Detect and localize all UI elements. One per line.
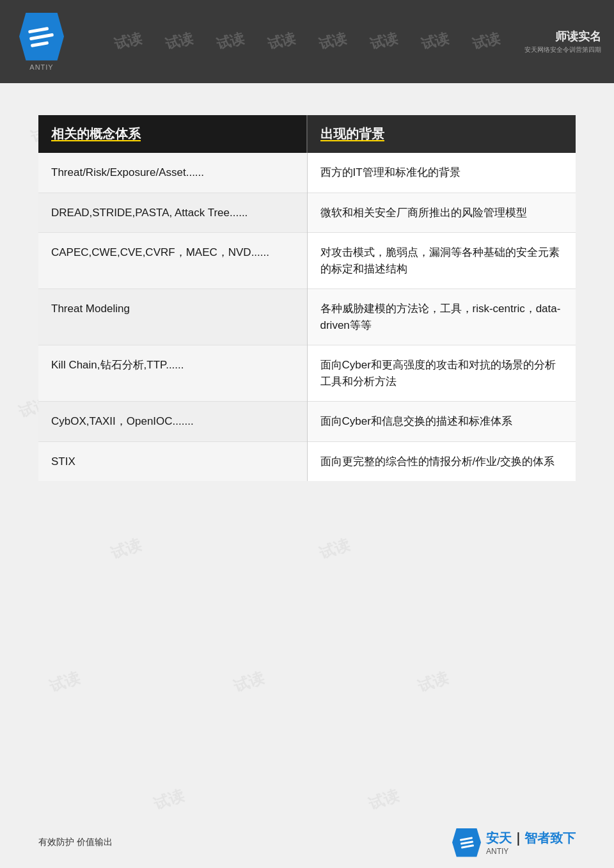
body-wm-16: 试读: [151, 785, 187, 814]
footer-brand-sub: 智者致下: [524, 831, 576, 845]
header-watermark-area: 试读 试读 试读 试读 试读 试读 试读 试读: [0, 0, 614, 83]
header-wm-2: 试读: [163, 29, 195, 54]
footer-line-2: [460, 840, 473, 844]
main-content: 相关的概念体系 出现的背景 Threat/Risk/Exposure/Asset…: [0, 83, 614, 519]
table-row: DREAD,STRIDE,PASTA, Attack Tree...... 微软…: [38, 193, 576, 233]
row-2-left: DREAD,STRIDE,PASTA, Attack Tree......: [38, 193, 307, 233]
logo-text: ANTIY: [29, 63, 53, 71]
antiy-logo: ANTIY: [13, 10, 70, 74]
row-7-right: 面向更完整的综合性的情报分析/作业/交换的体系: [307, 441, 576, 481]
row-7-left: STIX: [38, 441, 307, 481]
right-logo-bottom: 安天网络安全令训营第四期: [524, 45, 601, 54]
body-wm-15: 试读: [415, 667, 451, 697]
logo-line-3: [31, 41, 49, 47]
header-wm-5: 试读: [317, 29, 349, 54]
col-right-header: 出现的背景: [307, 115, 576, 153]
footer-brand-area: 安天｜智者致下 ANTIY: [452, 828, 576, 857]
logo-line-1: [28, 26, 49, 33]
logo-line-2: [29, 33, 54, 40]
row-3-left: CAPEC,CWE,CVE,CVRF，MAEC，NVD......: [38, 233, 307, 289]
table-row: Threat Modeling 各种威胁建模的方法论，工具，risk-centr…: [38, 289, 576, 345]
row-1-right: 西方的IT管理和标准化的背景: [307, 153, 576, 193]
header-right-logo: 师读实名 安天网络安全令训营第四期: [524, 16, 601, 67]
page-footer: 有效防护 价值输出 安天｜智者致下 ANTIY: [0, 817, 614, 868]
right-logo-top: 师读实名: [555, 29, 601, 44]
footer-logo-label: ANTIY: [486, 847, 576, 856]
body-wm-13: 试读: [47, 667, 83, 697]
footer-line-3: [460, 844, 473, 848]
page-header: ANTIY 试读 试读 试读 试读 试读 试读 试读 试读 师读实名 安天网络安…: [0, 0, 614, 83]
logo-lines-icon: [28, 26, 55, 47]
table-row: CAPEC,CWE,CVE,CVRF，MAEC，NVD...... 对攻击模式，…: [38, 233, 576, 289]
footer-brand-name: 安天｜智者致下: [486, 830, 576, 847]
footer-line-1: [459, 837, 472, 840]
header-wm-7: 试读: [419, 29, 451, 54]
footer-logo-lines: [459, 837, 473, 848]
header-wm-6: 试读: [368, 29, 400, 54]
row-6-right: 面向Cyber和信息交换的描述和标准体系: [307, 402, 576, 442]
row-2-right: 微软和相关安全厂商所推出的风险管理模型: [307, 193, 576, 233]
col-left-header: 相关的概念体系: [38, 115, 307, 153]
body-wm-17: 试读: [366, 785, 402, 814]
footer-logo-icon: [452, 828, 481, 857]
header-wm-3: 试读: [214, 29, 246, 54]
row-6-left: CybOX,TAXII，OpenIOC.......: [38, 402, 307, 442]
table-header-row: 相关的概念体系 出现的背景: [38, 115, 576, 153]
logo-hexagon: [19, 13, 64, 61]
body-wm-11: 试读: [108, 533, 144, 563]
row-5-right: 面向Cyber和更高强度的攻击和对抗的场景的分析工具和分析方法: [307, 345, 576, 402]
footer-brand-main: 安天: [486, 831, 512, 845]
header-wm-4: 试读: [265, 29, 297, 54]
row-5-left: Kill Chain,钻石分析,TTP......: [38, 345, 307, 402]
footer-brand-text: 安天｜智者致下 ANTIY: [486, 830, 576, 856]
row-3-right: 对攻击模式，脆弱点，漏洞等各种基础的安全元素的标定和描述结构: [307, 233, 576, 289]
body-wm-14: 试读: [231, 667, 267, 697]
row-4-left: Threat Modeling: [38, 289, 307, 345]
table-row: Threat/Risk/Exposure/Asset...... 西方的IT管理…: [38, 153, 576, 193]
footer-slogan: 有效防护 价值输出: [38, 837, 113, 848]
header-wm-8: 试读: [470, 29, 502, 54]
body-wm-12: 试读: [317, 533, 352, 563]
table-row: Kill Chain,钻石分析,TTP...... 面向Cyber和更高强度的攻…: [38, 345, 576, 402]
table-body: Threat/Risk/Exposure/Asset...... 西方的IT管理…: [38, 153, 576, 481]
row-1-left: Threat/Risk/Exposure/Asset......: [38, 153, 307, 193]
header-wm-1: 试读: [112, 29, 144, 54]
table-row: CybOX,TAXII，OpenIOC....... 面向Cyber和信息交换的…: [38, 402, 576, 442]
row-4-right: 各种威胁建模的方法论，工具，risk-centric，data-driven等等: [307, 289, 576, 345]
table-row: STIX 面向更完整的综合性的情报分析/作业/交换的体系: [38, 441, 576, 481]
concept-table: 相关的概念体系 出现的背景 Threat/Risk/Exposure/Asset…: [38, 115, 576, 481]
